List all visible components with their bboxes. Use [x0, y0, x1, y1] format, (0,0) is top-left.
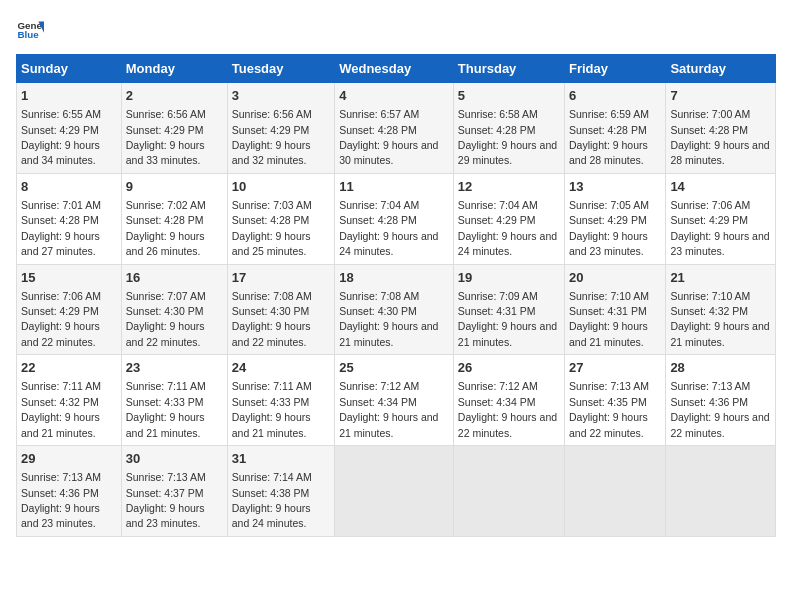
calendar-cell: 12 Sunrise: 7:04 AM Sunset: 4:29 PM Dayl… [453, 173, 564, 264]
sunset-text: Sunset: 4:37 PM [126, 487, 204, 499]
calendar-cell: 23 Sunrise: 7:11 AM Sunset: 4:33 PM Dayl… [121, 355, 227, 446]
calendar-cell [335, 446, 454, 537]
calendar-cell: 2 Sunrise: 6:56 AM Sunset: 4:29 PM Dayli… [121, 83, 227, 174]
daylight-text: Daylight: 9 hours and 24 minutes. [458, 230, 557, 257]
calendar-header-row: SundayMondayTuesdayWednesdayThursdayFrid… [17, 55, 776, 83]
sunset-text: Sunset: 4:29 PM [458, 214, 536, 226]
header-friday: Friday [565, 55, 666, 83]
day-number: 2 [126, 87, 223, 105]
sunrise-text: Sunrise: 7:04 AM [458, 199, 538, 211]
calendar-cell: 3 Sunrise: 6:56 AM Sunset: 4:29 PM Dayli… [227, 83, 334, 174]
calendar-cell: 22 Sunrise: 7:11 AM Sunset: 4:32 PM Dayl… [17, 355, 122, 446]
calendar-cell [453, 446, 564, 537]
header-wednesday: Wednesday [335, 55, 454, 83]
logo-icon: General Blue [16, 16, 44, 44]
day-number: 11 [339, 178, 449, 196]
calendar-cell: 17 Sunrise: 7:08 AM Sunset: 4:30 PM Dayl… [227, 264, 334, 355]
calendar-cell: 15 Sunrise: 7:06 AM Sunset: 4:29 PM Dayl… [17, 264, 122, 355]
daylight-text: Daylight: 9 hours and 22 minutes. [21, 320, 100, 347]
daylight-text: Daylight: 9 hours and 30 minutes. [339, 139, 438, 166]
sunrise-text: Sunrise: 7:06 AM [21, 290, 101, 302]
sunrise-text: Sunrise: 7:02 AM [126, 199, 206, 211]
calendar-cell: 10 Sunrise: 7:03 AM Sunset: 4:28 PM Dayl… [227, 173, 334, 264]
calendar-cell: 25 Sunrise: 7:12 AM Sunset: 4:34 PM Dayl… [335, 355, 454, 446]
daylight-text: Daylight: 9 hours and 21 minutes. [458, 320, 557, 347]
calendar-cell: 16 Sunrise: 7:07 AM Sunset: 4:30 PM Dayl… [121, 264, 227, 355]
sunset-text: Sunset: 4:33 PM [232, 396, 310, 408]
day-number: 8 [21, 178, 117, 196]
calendar-cell: 14 Sunrise: 7:06 AM Sunset: 4:29 PM Dayl… [666, 173, 776, 264]
day-number: 10 [232, 178, 330, 196]
day-number: 17 [232, 269, 330, 287]
day-number: 14 [670, 178, 771, 196]
daylight-text: Daylight: 9 hours and 23 minutes. [126, 502, 205, 529]
sunrise-text: Sunrise: 7:13 AM [21, 471, 101, 483]
calendar-cell: 8 Sunrise: 7:01 AM Sunset: 4:28 PM Dayli… [17, 173, 122, 264]
day-number: 29 [21, 450, 117, 468]
day-number: 1 [21, 87, 117, 105]
svg-text:Blue: Blue [17, 29, 39, 40]
calendar-cell: 19 Sunrise: 7:09 AM Sunset: 4:31 PM Dayl… [453, 264, 564, 355]
calendar-cell: 5 Sunrise: 6:58 AM Sunset: 4:28 PM Dayli… [453, 83, 564, 174]
daylight-text: Daylight: 9 hours and 34 minutes. [21, 139, 100, 166]
sunrise-text: Sunrise: 6:56 AM [232, 108, 312, 120]
day-number: 18 [339, 269, 449, 287]
calendar-cell: 13 Sunrise: 7:05 AM Sunset: 4:29 PM Dayl… [565, 173, 666, 264]
daylight-text: Daylight: 9 hours and 28 minutes. [670, 139, 769, 166]
sunset-text: Sunset: 4:28 PM [339, 124, 417, 136]
day-number: 19 [458, 269, 560, 287]
sunrise-text: Sunrise: 7:10 AM [569, 290, 649, 302]
sunrise-text: Sunrise: 7:13 AM [569, 380, 649, 392]
sunset-text: Sunset: 4:29 PM [569, 214, 647, 226]
day-number: 22 [21, 359, 117, 377]
day-number: 21 [670, 269, 771, 287]
sunset-text: Sunset: 4:36 PM [21, 487, 99, 499]
sunset-text: Sunset: 4:28 PM [126, 214, 204, 226]
sunset-text: Sunset: 4:28 PM [339, 214, 417, 226]
calendar-cell: 30 Sunrise: 7:13 AM Sunset: 4:37 PM Dayl… [121, 446, 227, 537]
day-number: 13 [569, 178, 661, 196]
logo: General Blue [16, 16, 48, 44]
calendar-cell: 21 Sunrise: 7:10 AM Sunset: 4:32 PM Dayl… [666, 264, 776, 355]
day-number: 16 [126, 269, 223, 287]
calendar-week-row: 1 Sunrise: 6:55 AM Sunset: 4:29 PM Dayli… [17, 83, 776, 174]
sunset-text: Sunset: 4:29 PM [232, 124, 310, 136]
daylight-text: Daylight: 9 hours and 21 minutes. [339, 320, 438, 347]
calendar-cell: 26 Sunrise: 7:12 AM Sunset: 4:34 PM Dayl… [453, 355, 564, 446]
calendar-cell: 7 Sunrise: 7:00 AM Sunset: 4:28 PM Dayli… [666, 83, 776, 174]
daylight-text: Daylight: 9 hours and 21 minutes. [232, 411, 311, 438]
calendar-cell: 28 Sunrise: 7:13 AM Sunset: 4:36 PM Dayl… [666, 355, 776, 446]
sunrise-text: Sunrise: 7:10 AM [670, 290, 750, 302]
daylight-text: Daylight: 9 hours and 27 minutes. [21, 230, 100, 257]
daylight-text: Daylight: 9 hours and 32 minutes. [232, 139, 311, 166]
daylight-text: Daylight: 9 hours and 28 minutes. [569, 139, 648, 166]
sunrise-text: Sunrise: 7:11 AM [232, 380, 312, 392]
header-monday: Monday [121, 55, 227, 83]
sunrise-text: Sunrise: 7:13 AM [670, 380, 750, 392]
sunset-text: Sunset: 4:28 PM [670, 124, 748, 136]
sunrise-text: Sunrise: 7:11 AM [21, 380, 101, 392]
sunset-text: Sunset: 4:36 PM [670, 396, 748, 408]
calendar-cell [565, 446, 666, 537]
calendar-week-row: 15 Sunrise: 7:06 AM Sunset: 4:29 PM Dayl… [17, 264, 776, 355]
daylight-text: Daylight: 9 hours and 22 minutes. [126, 320, 205, 347]
calendar-cell: 29 Sunrise: 7:13 AM Sunset: 4:36 PM Dayl… [17, 446, 122, 537]
sunrise-text: Sunrise: 7:08 AM [339, 290, 419, 302]
day-number: 7 [670, 87, 771, 105]
sunrise-text: Sunrise: 7:00 AM [670, 108, 750, 120]
day-number: 31 [232, 450, 330, 468]
daylight-text: Daylight: 9 hours and 21 minutes. [670, 320, 769, 347]
sunrise-text: Sunrise: 6:57 AM [339, 108, 419, 120]
sunset-text: Sunset: 4:29 PM [126, 124, 204, 136]
day-number: 4 [339, 87, 449, 105]
sunset-text: Sunset: 4:30 PM [126, 305, 204, 317]
sunset-text: Sunset: 4:34 PM [458, 396, 536, 408]
sunset-text: Sunset: 4:35 PM [569, 396, 647, 408]
daylight-text: Daylight: 9 hours and 24 minutes. [339, 230, 438, 257]
sunrise-text: Sunrise: 7:03 AM [232, 199, 312, 211]
day-number: 24 [232, 359, 330, 377]
sunset-text: Sunset: 4:29 PM [21, 305, 99, 317]
header-saturday: Saturday [666, 55, 776, 83]
calendar-week-row: 22 Sunrise: 7:11 AM Sunset: 4:32 PM Dayl… [17, 355, 776, 446]
sunset-text: Sunset: 4:28 PM [458, 124, 536, 136]
